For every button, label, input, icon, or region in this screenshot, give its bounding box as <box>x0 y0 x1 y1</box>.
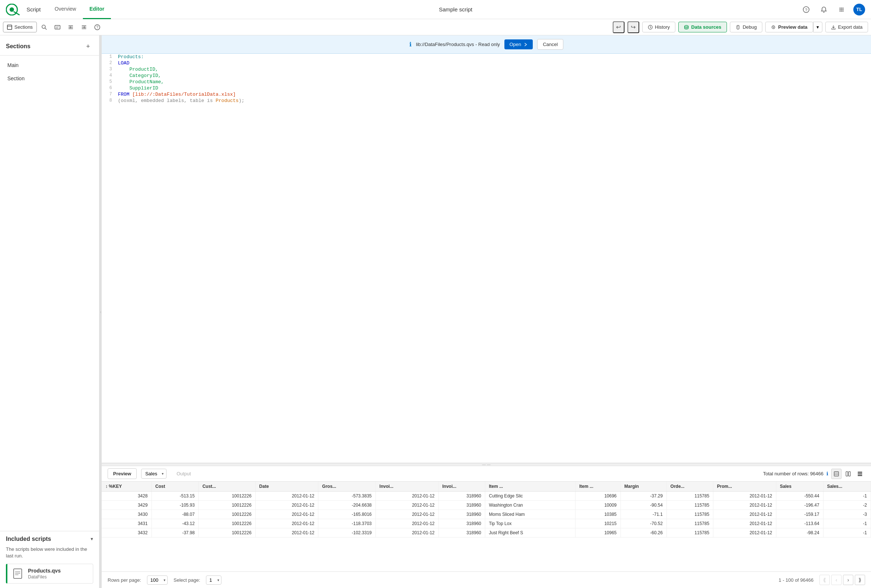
table-cell: Cutting Edge Slic <box>485 491 576 501</box>
preview-label: Preview data <box>778 24 808 30</box>
bottom-bar: Rows per page: 100 50 25 ▾ Select page: … <box>102 572 871 588</box>
redo-button[interactable]: ↪ <box>627 21 639 33</box>
sidebar-item-main[interactable]: Main <box>0 58 99 72</box>
table-view-expanded[interactable] <box>843 469 853 479</box>
sections-button[interactable]: Sections <box>3 22 37 33</box>
search-icon-btn[interactable] <box>38 21 50 33</box>
col-cost[interactable]: Cost <box>151 482 199 491</box>
comment-icon-btn[interactable] <box>52 21 63 33</box>
svg-point-9 <box>841 9 842 10</box>
table-cell: -1 <box>823 528 871 537</box>
app-name: Script <box>27 6 40 12</box>
col-item2[interactable]: Item ... <box>576 482 621 491</box>
export-data-button[interactable]: Export data <box>825 22 868 33</box>
col-key[interactable]: ↕ %KEY <box>102 482 151 491</box>
table-cell: Just Right Beef S <box>485 528 576 537</box>
first-page-button[interactable]: ⟪ <box>819 575 830 585</box>
preview-resize-handle[interactable]: — — <box>102 463 871 466</box>
svg-point-8 <box>840 9 841 10</box>
svg-point-11 <box>840 10 841 11</box>
help-btn[interactable]: ? <box>91 21 103 33</box>
preview-data-button[interactable]: Preview data <box>765 22 813 33</box>
col-gros[interactable]: Gros... <box>318 482 376 491</box>
table-select[interactable]: Sales <box>141 469 166 479</box>
open-button[interactable]: Open <box>504 39 533 49</box>
table-cell: 10012226 <box>199 528 255 537</box>
svg-point-10 <box>843 9 844 10</box>
table-cell: 318960 <box>438 528 485 537</box>
table-cell: -71.1 <box>621 510 666 519</box>
nav-tabs: Overview Editor <box>48 0 111 19</box>
table-cell: 115785 <box>666 519 713 528</box>
col-date[interactable]: Date <box>255 482 318 491</box>
last-page-button[interactable]: ⟫ <box>855 575 865 585</box>
table-cell: 3429 <box>102 501 151 510</box>
table-cell: 115785 <box>666 501 713 510</box>
tab-editor[interactable]: Editor <box>83 0 111 19</box>
col-invoi2[interactable]: Invoi... <box>438 482 485 491</box>
rows-info-text: Total number of rows: 96466 <box>763 471 823 476</box>
included-scripts-panel: Included scripts ▾ The scripts below wer… <box>0 531 99 588</box>
help-icon-btn[interactable]: ? <box>800 4 812 15</box>
table-cell: -98.24 <box>776 528 823 537</box>
col-orde[interactable]: Orde... <box>666 482 713 491</box>
col-invoi1[interactable]: Invoi... <box>376 482 438 491</box>
table-cell: 2012-01-12 <box>713 519 776 528</box>
add-section-button[interactable]: + <box>83 41 93 52</box>
indent-left-icon-btn[interactable] <box>78 21 90 33</box>
table-cell: 10965 <box>576 528 621 537</box>
avatar[interactable]: TL <box>853 4 865 15</box>
tab-overview[interactable]: Overview <box>48 0 82 19</box>
included-scripts-toggle[interactable]: ▾ <box>91 536 93 542</box>
table-cell: 3432 <box>102 528 151 537</box>
table-cell: 318960 <box>438 491 485 501</box>
svg-point-13 <box>843 10 844 11</box>
table-cell: 115785 <box>666 491 713 501</box>
top-nav: Script Overview Editor Sample script ? T… <box>0 0 871 19</box>
col-prom[interactable]: Prom... <box>713 482 776 491</box>
svg-text:?: ? <box>805 7 807 12</box>
data-table-wrap[interactable]: ↕ %KEY Cost Cust... Date Gros... Invoi..… <box>102 482 871 572</box>
table-view-compact[interactable] <box>831 469 841 479</box>
history-button[interactable]: History <box>642 22 675 33</box>
code-line: 3 ProductID, <box>102 66 871 73</box>
script-file-item[interactable]: Products.qvs DataFiles <box>6 564 93 584</box>
col-cust[interactable]: Cust... <box>199 482 255 491</box>
preview-button[interactable]: Preview <box>108 468 137 479</box>
select-page-select[interactable]: 1 <box>206 576 221 585</box>
table-cell: 2012-01-12 <box>713 501 776 510</box>
sidebar-title: Sections <box>6 43 31 50</box>
rows-per-page-select[interactable]: 100 50 25 <box>147 576 168 585</box>
prev-page-button[interactable]: ‹ <box>831 575 841 585</box>
undo-button[interactable]: ↩ <box>613 21 624 33</box>
sidebar-item-section[interactable]: Section <box>0 72 99 85</box>
sidebar: Sections + Main Section Included scripts… <box>0 35 99 588</box>
table-cell: -70.52 <box>621 519 666 528</box>
code-editor[interactable]: 1 Products: 2 LOAD 3 ProductID, 4 Catego… <box>102 54 871 463</box>
table-cell: 115785 <box>666 528 713 537</box>
table-cell: -3 <box>823 510 871 519</box>
col-item1[interactable]: Item ... <box>485 482 576 491</box>
table-cell: 2012-01-12 <box>255 491 318 501</box>
preview-data-dropdown[interactable]: ▾ <box>813 22 822 33</box>
table-cell: 10012226 <box>199 491 255 501</box>
pagination-btns: ⟪ ‹ › ⟫ <box>819 575 865 585</box>
table-row: 3431-43.12100122262012-01-12-118.3703201… <box>102 519 871 528</box>
cancel-button[interactable]: Cancel <box>537 39 563 50</box>
table-view-list[interactable] <box>855 469 865 479</box>
apps-icon-btn[interactable] <box>836 4 847 15</box>
table-cell: -60.26 <box>621 528 666 537</box>
output-button[interactable]: Output <box>171 468 196 479</box>
indent-right-icon-btn[interactable] <box>65 21 76 33</box>
data-table: ↕ %KEY Cost Cust... Date Gros... Invoi..… <box>102 482 871 537</box>
debug-button[interactable]: Debug <box>730 22 762 33</box>
script-file-icon <box>12 568 24 579</box>
bell-icon-btn[interactable] <box>818 4 830 15</box>
datasources-button[interactable]: Data sources <box>678 22 727 33</box>
col-margin[interactable]: Margin <box>621 482 666 491</box>
next-page-button[interactable]: › <box>843 575 853 585</box>
col-sales2[interactable]: Sales... <box>823 482 871 491</box>
col-sales[interactable]: Sales <box>776 482 823 491</box>
table-row: 3429-105.93100122262012-01-12-204.663820… <box>102 501 871 510</box>
toolbar-right: ↩ ↪ History Data sources Debug Preview d… <box>613 21 868 33</box>
